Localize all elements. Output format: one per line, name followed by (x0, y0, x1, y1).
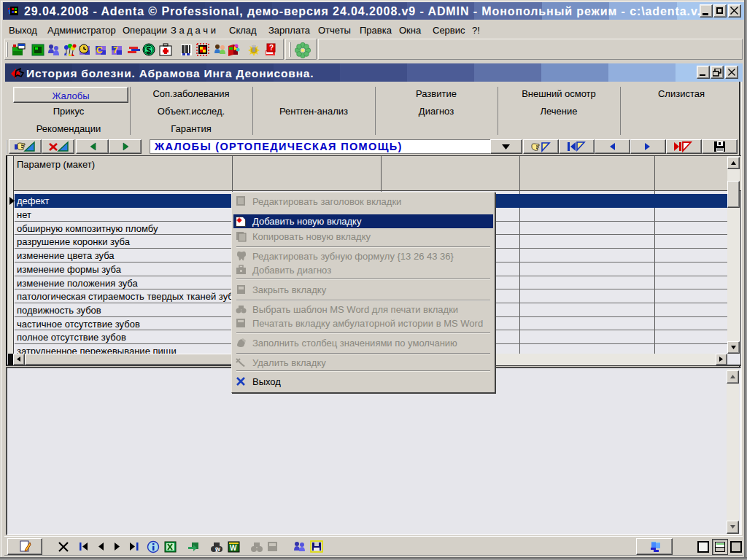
svg-text:?: ? (269, 44, 274, 52)
svg-text:$: $ (147, 45, 152, 55)
svg-text:C: C (96, 45, 103, 55)
svg-text:W: W (230, 544, 237, 552)
svg-text:7: 7 (113, 45, 118, 55)
svg-text:w: w (214, 545, 221, 553)
